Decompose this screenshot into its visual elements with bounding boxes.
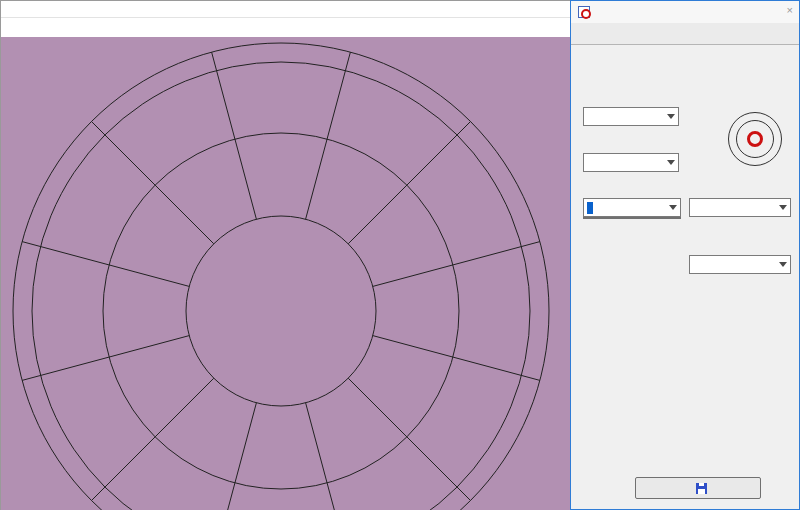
app-icon: [578, 6, 590, 18]
chevron-down-icon: [776, 262, 790, 267]
source-select[interactable]: [583, 107, 679, 126]
inner-circle: [186, 216, 376, 406]
planets-select[interactable]: [583, 198, 681, 217]
chart-controls-titlebar: ×: [571, 1, 799, 23]
close-icon[interactable]: ×: [787, 4, 793, 16]
ring-indicator-red-icon: [747, 131, 763, 147]
wheel-chart-svg: [1, 37, 571, 510]
chevron-down-icon: [664, 160, 678, 165]
chevron-down-icon: [666, 205, 680, 210]
chart-select[interactable]: [583, 153, 679, 172]
chevron-down-icon: [664, 114, 678, 119]
ring-1-indicator: [728, 112, 782, 166]
main-toolbar: [1, 18, 570, 37]
chart-controls-window: ×: [570, 0, 800, 510]
save-all-settings-button[interactable]: [635, 477, 761, 499]
chart-controls-panel: [571, 45, 799, 510]
save-icon: [696, 483, 707, 494]
main-window: [0, 0, 570, 510]
chart-area: [1, 37, 571, 510]
chevron-down-icon: [776, 205, 790, 210]
ring-indicator-middle: [736, 120, 774, 158]
outer-ring-circle: [13, 43, 549, 510]
chart-controls-tabs: [571, 23, 799, 45]
signs-select[interactable]: [689, 198, 791, 217]
planets-dropdown-list: [583, 217, 681, 219]
ring-border-circle: [32, 62, 530, 510]
secondary-select[interactable]: [689, 255, 791, 274]
main-titlebar: [1, 1, 570, 18]
